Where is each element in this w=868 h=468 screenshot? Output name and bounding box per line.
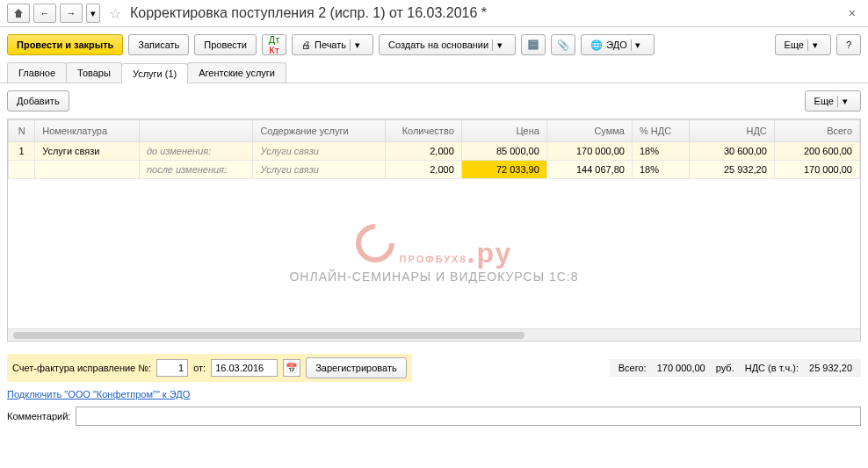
services-grid: N Номенклатура Содержание услуги Количес… [7,119,861,342]
col-vat: НДС [689,120,774,142]
tasks-button[interactable] [521,34,546,55]
cell-total: 170 000,00 [774,161,859,179]
tab-services[interactable]: Услуги (1) [121,63,188,83]
grid-row-before[interactable]: 1 Услуги связи до изменения: Услуги связ… [9,142,860,161]
col-state [139,120,252,142]
cell-nomen: Услуги связи [35,142,140,161]
col-sum: Сумма [546,120,632,142]
cell-vat-pct: 18% [632,161,689,179]
cell-content: Услуги связи [253,161,386,179]
chevron-down-icon: ▾ [350,40,364,51]
totals: Всего: 170 000,00 руб. НДС (в т.ч.): 25 … [610,359,861,377]
cell-price-highlighted[interactable]: 72 033,90 [461,161,546,179]
create-based-button[interactable]: Создать на основании ▾ [379,34,516,55]
save-button[interactable]: Записать [128,34,189,55]
tab-content-services: Добавить Еще ▾ N Номенклатура Содержание… [0,83,868,349]
invoice-num-input[interactable] [156,359,188,377]
window-header: ← → ▾ ☆ Корректировка поступления 2 (исп… [0,0,868,27]
nav-history-dropdown[interactable]: ▾ [86,4,100,23]
cell-state-after: после изменения: [139,161,252,179]
col-nomen: Номенклатура [35,120,140,142]
calendar-icon: 📅 [286,363,298,374]
grid-header-row: N Номенклатура Содержание услуги Количес… [9,120,860,142]
post-button[interactable]: Провести [194,34,257,55]
post-and-close-button[interactable]: Провести и закрыть [7,34,123,55]
watermark: ПРОФБУХ8.ру ОНЛАЙН-СЕМИНАРЫ И ВИДЕОКУРСЫ… [8,179,860,328]
comment-label: Комментарий: [7,411,70,421]
tabs: Главное Товары Услуги (1) Агентские услу… [0,62,868,83]
tab-agent[interactable]: Агентские услуги [187,62,286,83]
vat-value: 25 932,20 [809,363,852,373]
cell-qty: 2,000 [386,142,461,161]
globe-icon: 🌐 [590,40,603,51]
cell-qty: 2,000 [386,161,461,179]
print-button[interactable]: 🖨 Печать ▾ [292,34,373,55]
add-button[interactable]: Добавить [7,90,69,112]
cell-state-before: до изменения: [139,142,252,161]
cell-n: 1 [9,142,35,161]
window-title: Корректировка поступления 2 (испр. 1) от… [130,5,487,21]
forward-button[interactable]: → [60,4,83,23]
cell-vat: 25 932,20 [689,161,774,179]
favorite-icon[interactable]: ☆ [109,5,121,22]
col-vat-pct: % НДС [632,120,689,142]
chevron-down-icon: ▾ [807,40,821,51]
svg-rect-0 [529,40,538,43]
chevron-down-icon: ▾ [492,40,506,51]
horizontal-scrollbar[interactable] [8,328,860,341]
cell-sum: 144 067,80 [546,161,632,179]
col-total: Всего [774,120,859,142]
home-button[interactable] [7,4,30,23]
grid-row-after[interactable]: после изменения: Услуги связи 2,000 72 0… [9,161,860,179]
cell-vat: 30 600,00 [689,142,774,161]
col-price: Цена [461,120,546,142]
invoice-bar: Счет-фактура исправление №: от: 📅 Зареги… [0,349,868,387]
cell-vat-pct: 18% [632,142,689,161]
invoice-label: Счет-фактура исправление №: [12,363,151,373]
register-button[interactable]: Зарегистрировать [306,357,407,378]
calendar-button[interactable]: 📅 [283,359,300,377]
invoice-date-input[interactable] [211,359,278,377]
currency: руб. [716,363,734,373]
invoice-from-label: от: [193,363,206,373]
more-button[interactable]: Еще ▾ [775,34,831,55]
edo-connect-link[interactable]: Подключить "ООО "Конфетпром"" к ЭДО [0,387,197,401]
cell-price: 85 000,00 [461,142,546,161]
chevron-down-icon: ▾ [631,40,645,51]
col-qty: Количество [386,120,461,142]
vat-label: НДС (в т.ч.): [745,363,799,373]
tab-goods[interactable]: Товары [66,62,122,83]
tab-main[interactable]: Главное [7,62,67,83]
back-button[interactable]: ← [33,4,56,23]
total-label: Всего: [618,363,647,373]
total-value: 170 000,00 [657,363,705,373]
dt-kt-button[interactable]: ДтКт [262,34,286,55]
comment-input[interactable] [76,407,861,426]
chevron-down-icon: ▾ [837,96,851,107]
cell-total: 200 600,00 [774,142,859,161]
svg-rect-2 [529,47,538,49]
main-toolbar: Провести и закрыть Записать Провести ДтК… [0,27,868,62]
cell-content: Услуги связи [253,142,386,161]
help-button[interactable]: ? [836,34,861,55]
grid-more-button[interactable]: Еще ▾ [805,90,861,112]
col-n: N [9,120,35,142]
printer-icon: 🖨 [301,40,311,50]
cell-sum: 170 000,00 [546,142,632,161]
attach-button[interactable]: 📎 [551,34,575,55]
edo-button[interactable]: 🌐 ЭДО ▾ [581,34,655,55]
svg-rect-1 [529,44,538,47]
col-content: Содержание услуги [253,120,386,142]
close-button[interactable]: × [843,4,861,22]
